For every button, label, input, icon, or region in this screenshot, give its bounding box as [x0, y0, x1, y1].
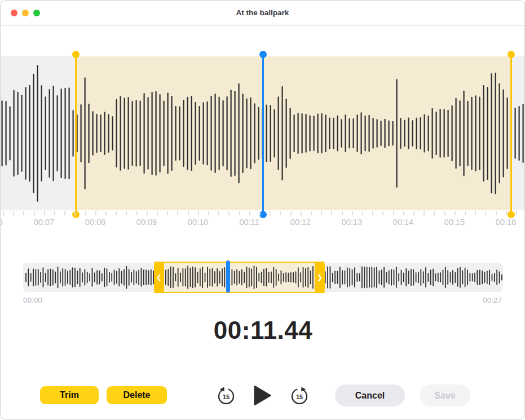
chevron-left-icon: ❮: [156, 273, 162, 281]
timeline-tick: [485, 211, 486, 215]
timeline-tick: [362, 211, 363, 215]
playhead[interactable]: [259, 51, 267, 218]
timeline-tick: [85, 211, 86, 215]
timeline-label: 00:10: [188, 218, 208, 227]
timeline-tick: [444, 211, 445, 215]
timeline-tick: [116, 211, 117, 215]
overview-waveform-bars: [23, 263, 503, 292]
timeline-tick: [64, 211, 65, 215]
titlebar: At the ballpark: [1, 1, 524, 26]
skip-forward-15-button[interactable]: 15: [290, 387, 308, 405]
trim-handle-left[interactable]: [72, 51, 80, 218]
play-icon: [254, 385, 271, 406]
timeline-tick: [455, 211, 456, 215]
timeline-tick: [105, 211, 107, 215]
timeline-ruler: 00:0600:0700:0800:0900:1000:1100:1200:13…: [1, 218, 525, 229]
timeline-tick: [270, 211, 271, 215]
timeline-tick: [126, 211, 127, 215]
timeline-tick: [198, 211, 199, 215]
timeline-label: 00:08: [85, 218, 105, 227]
timeline-tick: [423, 211, 425, 215]
timeline-tick: [239, 211, 240, 215]
timeline-tick: [188, 211, 189, 215]
playhead-top-dot: [259, 51, 267, 58]
timeline-label: 00:11: [239, 218, 259, 227]
timeline-tick: [321, 211, 322, 215]
timeline-tick: [228, 211, 230, 215]
timeline-tick: [372, 211, 373, 215]
trim-handle-left-line: [75, 54, 77, 214]
timeline-tick: [13, 211, 14, 215]
timeline-tick: [74, 211, 76, 215]
timeline-tick: [475, 211, 476, 215]
timeline-tick: [34, 211, 35, 215]
timeline-tick: [167, 211, 168, 215]
timeline-tick: [157, 211, 158, 215]
save-button[interactable]: Save: [420, 384, 470, 406]
timeline-tick: [249, 211, 250, 215]
timeline-tick: [496, 211, 497, 215]
timeline-tick: [44, 211, 45, 215]
timeline-tick: [403, 211, 404, 215]
timeline-label: 00:07: [34, 218, 54, 227]
timeline-tick: [54, 211, 55, 215]
timeline-tick: [280, 211, 281, 215]
timeline-tick: [352, 211, 353, 215]
timeline-tick: [95, 211, 96, 215]
timeline-tick: [465, 211, 466, 215]
window-title: At the ballpark: [1, 1, 524, 26]
timeline-tick: [393, 211, 394, 215]
trim-handle-right-line: [510, 54, 512, 214]
timeline-label: 00:06: [0, 218, 3, 227]
timeline-tick: [301, 211, 302, 215]
goforward-15-icon: 15: [290, 387, 308, 405]
cancel-button[interactable]: Cancel: [335, 384, 405, 406]
recording-end-time: 00:27: [483, 296, 502, 304]
timeline-tick: [3, 211, 4, 215]
timeline-tick: [516, 211, 517, 215]
timeline-tick: [434, 211, 435, 215]
svg-text:15: 15: [223, 394, 230, 400]
timeline-label: 00:12: [290, 218, 311, 227]
timeline-tick: [331, 211, 332, 215]
delete-button[interactable]: Delete: [107, 386, 167, 404]
voice-memos-edit-window: At the ballpark 00:0600:0700:0800:0900:1…: [0, 0, 525, 420]
timeline-tick: [290, 211, 292, 215]
current-time-display: 00:11.44: [1, 316, 525, 346]
playhead-line: [262, 54, 264, 214]
overview-playhead[interactable]: [226, 260, 230, 293]
overview-trim-handle-left[interactable]: ❮: [154, 262, 164, 293]
timeline-tick: [136, 211, 138, 215]
chevron-right-icon: ❯: [317, 273, 323, 281]
timeline-label: 00:14: [393, 218, 413, 227]
timeline-tick: [382, 211, 383, 215]
trim-handle-left-top-dot: [72, 51, 80, 58]
timeline-label: 00:16: [496, 218, 516, 227]
skip-back-15-button[interactable]: 15: [217, 387, 235, 405]
timeline-tick: [208, 211, 209, 215]
timeline-tick: [23, 211, 24, 215]
svg-text:15: 15: [296, 394, 303, 400]
timeline-tick: [147, 211, 148, 215]
timeline-tick: [506, 211, 507, 215]
trim-button[interactable]: Trim: [40, 386, 99, 404]
timeline-tick: [177, 211, 178, 215]
timeline-label: 00:15: [444, 218, 465, 227]
trim-handle-right[interactable]: [508, 51, 515, 218]
timeline-ticks: [1, 211, 525, 216]
timeline-tick: [311, 211, 312, 215]
gobackward-15-icon: 15: [217, 387, 235, 405]
trim-handle-right-top-dot: [508, 51, 515, 58]
recording-start-time: 00:00: [23, 296, 42, 304]
play-button[interactable]: [254, 385, 271, 406]
timeline-tick: [413, 211, 414, 215]
timeline-tick: [259, 211, 261, 215]
overview-trim-handle-right[interactable]: ❯: [315, 262, 325, 293]
timeline-label: 00:09: [136, 218, 157, 227]
timeline-label: 00:13: [342, 218, 362, 227]
timeline-tick: [342, 211, 343, 215]
timeline-tick: [218, 211, 219, 215]
